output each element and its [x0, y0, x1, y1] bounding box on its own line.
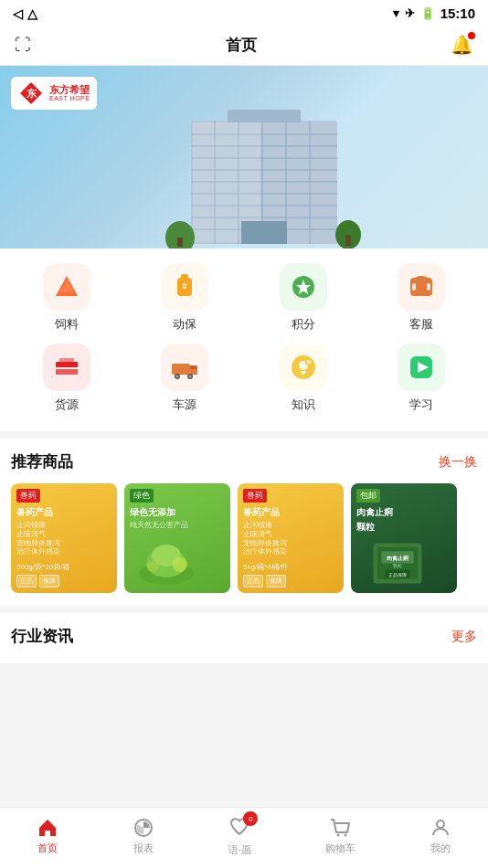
feed-icon-bg — [43, 263, 90, 311]
knowledge-icon-bg — [280, 344, 327, 391]
bottom-spacer — [0, 663, 488, 736]
report-icon — [133, 817, 154, 839]
product-tag-baozhang-1: 保障 — [39, 575, 59, 587]
refresh-button[interactable]: 换一换 — [439, 454, 477, 471]
menu-item-truck[interactable]: 车源 — [148, 344, 221, 413]
menu-item-knowledge[interactable]: 知识 — [267, 344, 340, 413]
menu-item-animal[interactable]: 动保 — [148, 263, 221, 333]
svg-text:正品保障: 正品保障 — [388, 572, 407, 577]
menu-item-points[interactable]: 积分 — [267, 263, 340, 333]
product-desc-1: 止泻镇痛止咳清气宠物肺炎腹泻治疗体外感染 — [16, 521, 111, 558]
tab-mine[interactable]: 我的 — [430, 817, 451, 855]
svg-rect-48 — [301, 371, 306, 373]
wishlist-badge: 0 — [243, 811, 258, 826]
expand-icon[interactable]: ⛶ — [15, 36, 31, 55]
product-name-2: 绿色无添加 — [130, 506, 225, 519]
svg-rect-49 — [302, 373, 305, 375]
product-card-1[interactable]: 兽药 兽药产品 止泻镇痛止咳清气宠物肺炎腹泻治疗体外感染 500g/袋*20袋/… — [11, 483, 117, 593]
industry-header: 行业资讯 更多 — [11, 626, 477, 647]
svg-point-67 — [337, 834, 340, 837]
truck-icon — [170, 353, 199, 382]
points-icon — [289, 272, 318, 302]
service-icon-bg — [398, 263, 445, 311]
svg-rect-28 — [181, 274, 188, 281]
industry-section: 行业资讯 更多 — [0, 613, 488, 663]
more-button[interactable]: 更多 — [451, 629, 477, 645]
notification-bell-wrap[interactable]: 🔔 — [451, 34, 473, 56]
learn-icon-bg — [398, 344, 445, 391]
learn-icon — [407, 353, 436, 382]
svg-point-68 — [345, 834, 347, 837]
product-card-2[interactable]: 绿色 绿色无添加 纯天然无公害产品 — [124, 483, 230, 593]
product-card-3[interactable]: 兽药 兽药产品 止泻镇痛止咳清气宠物肺炎腹泻治疗体外感染 5kg/桶*4桶/件 … — [238, 483, 344, 593]
svg-rect-41 — [172, 364, 190, 375]
svg-rect-20 — [177, 238, 183, 247]
product-tag-baozhang-3: 保障 — [266, 575, 286, 587]
product-badge-4: 包邮 — [356, 489, 380, 503]
menu-item-goods[interactable]: 货源 — [30, 344, 103, 413]
product-badge-2: 绿色 — [130, 489, 154, 503]
home-icon — [37, 817, 58, 839]
tab-cart-label: 购物车 — [325, 842, 355, 855]
svg-rect-39 — [56, 369, 78, 375]
animal-label: 动保 — [173, 316, 196, 333]
battery-icon: 🔋 — [420, 6, 435, 20]
product-desc-2: 纯天然无公害产品 — [130, 521, 225, 534]
tab-cart[interactable]: 购物车 — [325, 817, 355, 855]
product-name-3: 兽药产品 — [243, 506, 338, 519]
points-icon-bg — [280, 263, 327, 311]
product-weight-1: 500g/袋*20袋/箱 — [16, 562, 69, 572]
service-label: 客服 — [409, 316, 433, 333]
feed-icon — [52, 272, 81, 302]
banner: 东 东方希望 EAST HOPE — [0, 66, 488, 249]
icon-row-1: 饲料 动保 积分 — [7, 263, 481, 333]
learn-label: 学习 — [409, 397, 433, 413]
building-illustration — [164, 102, 365, 249]
product-badge-1: 兽药 — [16, 489, 40, 503]
svg-point-43 — [176, 376, 179, 378]
tab-wishlist[interactable]: 0 语·愿 — [228, 815, 251, 857]
logo-text: 东方希望 EAST HOPE — [49, 84, 90, 102]
product-weight-3: 5kg/桶*4桶/件 — [243, 562, 288, 572]
feed-label: 饲料 — [55, 316, 79, 333]
svg-rect-37 — [427, 283, 430, 291]
product-desc-3: 止泻镇痛止咳清气宠物肺炎腹泻治疗体外感染 — [243, 521, 338, 558]
tab-wishlist-label: 语·愿 — [228, 843, 251, 857]
svg-point-51 — [306, 360, 311, 365]
tab-mine-label: 我的 — [430, 842, 451, 855]
svg-point-69 — [437, 820, 444, 828]
product-tag-zhengpin-3: 正品 — [243, 575, 263, 587]
tab-home[interactable]: 首页 — [37, 817, 58, 855]
menu-item-service[interactable]: 客服 — [385, 263, 458, 333]
svg-rect-38 — [56, 362, 78, 367]
product-footer-1: 500g/袋*20袋/箱 — [16, 562, 111, 572]
goods-icon — [52, 353, 81, 382]
brand-logo: 东 东方希望 EAST HOPE — [11, 77, 97, 110]
product-list: 兽药 兽药产品 止泻镇痛止咳清气宠物肺炎腹泻治疗体外感染 500g/袋*20袋/… — [11, 483, 477, 593]
icon-grid: 饲料 动保 积分 — [0, 249, 488, 431]
tab-bar: 首页 报表 0 语·愿 购物车 我的 — [0, 807, 488, 868]
wifi-icon: ▾ — [393, 6, 399, 20]
truck-icon-bg — [161, 344, 208, 391]
svg-rect-40 — [59, 358, 74, 362]
product-badge-3: 兽药 — [243, 489, 267, 503]
recommended-title: 推荐商品 — [11, 451, 73, 472]
service-icon — [407, 272, 436, 302]
recommended-section: 推荐商品 换一换 兽药 兽药产品 止泻镇痛止咳清气宠物肺炎腹泻治疗体外感染 50… — [0, 439, 488, 606]
truck-label: 车源 — [173, 397, 196, 413]
menu-item-feed[interactable]: 饲料 — [30, 263, 103, 333]
nav-title: 首页 — [226, 35, 257, 56]
menu-item-learn[interactable]: 学习 — [385, 344, 458, 413]
tab-report-label: 报表 — [133, 842, 154, 855]
product-card-4[interactable]: 包邮 肉禽止痢 颗粒 肉禽止痢 颗粒 正品保障 — [351, 483, 457, 593]
airplane-icon: ✈ — [405, 6, 415, 20]
tab-report[interactable]: 报表 — [133, 817, 154, 855]
svg-rect-35 — [414, 276, 429, 283]
svg-rect-22 — [345, 235, 351, 246]
product-name-4: 肉禽止痢 — [356, 506, 451, 519]
status-bar: ◁ △ ▾ ✈ 🔋 15:10 — [0, 0, 488, 26]
industry-title: 行业资讯 — [11, 626, 73, 647]
cart-icon — [329, 817, 351, 839]
notification-dot — [468, 32, 475, 39]
nav-bar: ⛶ 首页 🔔 — [0, 26, 488, 66]
